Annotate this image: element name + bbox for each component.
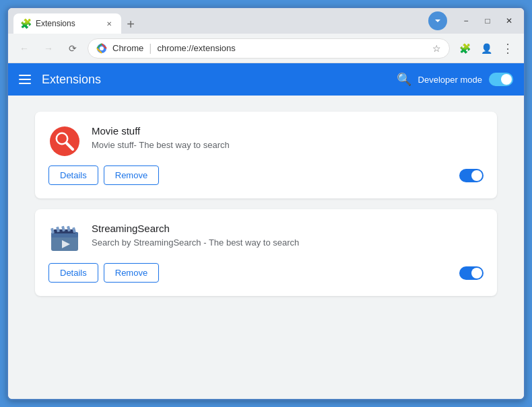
url-display: chrome://extensions <box>157 43 235 53</box>
address-bar: ← → ⟳ Chrome | chrome://extensions ☆ 🧩 👤… <box>8 34 524 63</box>
minimize-button[interactable]: − <box>457 11 475 30</box>
active-tab[interactable]: 🧩 Extensions ✕ <box>13 13 121 34</box>
extension-tab-icon: 🧩 <box>20 18 32 29</box>
movie-stuff-description: Movie stuff- The best way to search <box>92 139 484 151</box>
streaming-search-info: StreamingSearch Search by StreamingSearc… <box>92 223 484 249</box>
back-button[interactable]: ← <box>15 39 34 58</box>
menu-dots-button[interactable]: ⋮ <box>498 39 517 58</box>
hamburger-line-1 <box>19 75 31 76</box>
url-actions: 🧩 👤 ⋮ <box>455 39 517 58</box>
reload-button[interactable]: ⟳ <box>63 39 82 58</box>
bookmark-icon[interactable]: ☆ <box>432 43 441 54</box>
maximize-button[interactable]: □ <box>478 11 497 30</box>
hamburger-menu[interactable] <box>19 75 31 84</box>
movie-stuff-toggle[interactable] <box>459 169 484 182</box>
movie-stuff-name: Movie stuff <box>92 125 484 137</box>
svg-marker-0 <box>435 20 440 22</box>
chrome-label: Chrome <box>112 43 143 53</box>
dev-mode-toggle[interactable] <box>489 73 513 86</box>
tab-area: 🧩 Extensions ✕ + <box>13 8 426 34</box>
movie-stuff-remove-button[interactable]: Remove <box>104 165 159 185</box>
dev-mode-label: Developer mode <box>418 75 482 85</box>
tab-close-button[interactable]: ✕ <box>104 18 114 29</box>
url-bar[interactable]: Chrome | chrome://extensions ☆ <box>88 38 450 59</box>
page-title: Extensions <box>42 73 386 87</box>
hamburger-line-3 <box>19 83 31 84</box>
profile-dropdown[interactable] <box>428 11 447 30</box>
dropdown-arrow-icon <box>432 15 443 26</box>
new-tab-button[interactable]: + <box>121 15 140 34</box>
browser-window: 🧩 Extensions ✕ + − □ ✕ ← → ⟳ <box>7 7 525 400</box>
streaming-search-details-button[interactable]: Details <box>48 263 98 283</box>
streaming-search-description: Search by StreamingSearch - The best way… <box>92 237 484 249</box>
extensions-content: FILA▶️COM Movie stuff Movie stuff- The b… <box>8 96 524 399</box>
extensions-header: Extensions 🔍 Developer mode <box>8 63 524 96</box>
extensions-puzzle-icon[interactable]: 🧩 <box>455 39 474 58</box>
profile-icon[interactable]: 👤 <box>477 39 496 58</box>
streaming-search-logo-icon <box>48 223 81 255</box>
window-controls: − □ ✕ <box>457 11 519 30</box>
forward-button[interactable]: → <box>39 39 58 58</box>
movie-stuff-card-top: Movie stuff Movie stuff- The best way to… <box>48 125 484 157</box>
streaming-search-card-top: StreamingSearch Search by StreamingSearc… <box>48 223 484 255</box>
svg-point-2 <box>100 46 104 50</box>
title-bar: 🧩 Extensions ✕ + − □ ✕ <box>8 8 524 34</box>
extension-card-streaming-search: StreamingSearch Search by StreamingSearc… <box>35 209 497 296</box>
dev-mode-area: 🔍 Developer mode <box>397 72 513 87</box>
chrome-logo-icon <box>96 43 107 54</box>
streaming-search-toggle[interactable] <box>459 266 484 280</box>
streaming-search-name: StreamingSearch <box>92 223 484 234</box>
url-separator: | <box>149 42 152 54</box>
movie-stuff-details-button[interactable]: Details <box>48 165 98 185</box>
svg-point-5 <box>57 134 67 143</box>
streaming-search-card-bottom: Details Remove <box>48 263 484 283</box>
search-icon[interactable]: 🔍 <box>397 72 411 87</box>
tab-title: Extensions <box>36 19 75 28</box>
movie-stuff-info: Movie stuff Movie stuff- The best way to… <box>92 125 484 151</box>
extension-card-movie-stuff: Movie stuff Movie stuff- The best way to… <box>35 112 497 198</box>
close-button[interactable]: ✕ <box>500 11 519 30</box>
movie-stuff-logo-icon <box>48 125 81 157</box>
streaming-search-remove-button[interactable]: Remove <box>104 263 159 283</box>
movie-stuff-card-bottom: Details Remove <box>48 165 484 185</box>
hamburger-line-2 <box>19 79 31 80</box>
